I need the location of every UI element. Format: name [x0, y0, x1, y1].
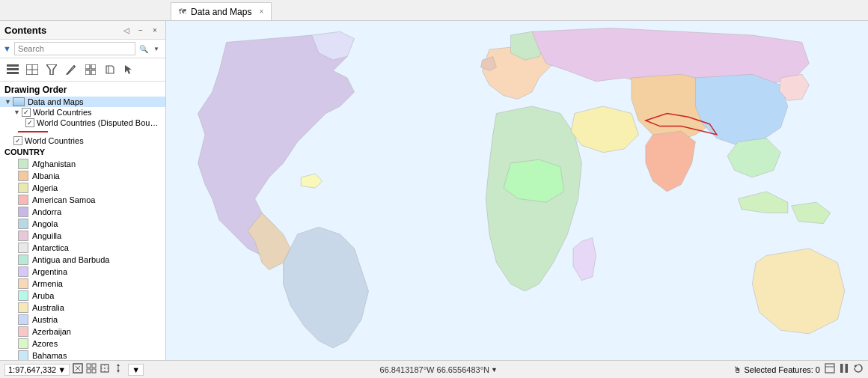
country-item-afghanistan[interactable]: Afghanistan	[0, 158, 165, 170]
country-item-argentina[interactable]: Argentina	[0, 266, 165, 278]
svg-rect-19	[87, 369, 91, 373]
country-swatch	[18, 159, 28, 169]
zoom-icon[interactable]	[100, 363, 110, 376]
layout-icon[interactable]	[825, 363, 835, 376]
layer-name: World Countries	[33, 108, 92, 117]
country-name: Aruba	[32, 291, 54, 300]
minimize-button[interactable]: −	[135, 24, 147, 36]
svg-rect-7	[85, 64, 90, 69]
tab-data-and-maps[interactable]: 🗺 Data and Maps ×	[171, 2, 272, 20]
country-item-austria[interactable]: Austria	[0, 314, 165, 326]
svg-rect-27	[840, 364, 843, 373]
layer-checkbox[interactable]	[13, 136, 22, 145]
country-item-antigua-barbuda[interactable]: Antigua and Barbuda	[0, 254, 165, 266]
country-item-australia[interactable]: Australia	[0, 302, 165, 314]
filter-view-icon[interactable]	[43, 61, 60, 78]
layer-checkbox[interactable]	[22, 108, 31, 117]
search-bar: ▼ 🔍 ▼	[0, 40, 165, 58]
country-name: Algeria	[32, 183, 58, 192]
layer-item-world-countries-group[interactable]: ▼ World Countries	[0, 107, 165, 118]
category-label: COUNTRY	[0, 146, 165, 158]
country-name: Antarctica	[32, 243, 69, 252]
main-layout: Contents ◁ − × ▼ 🔍 ▼	[0, 21, 868, 360]
coordinates-dropdown-arrow[interactable]: ▼	[491, 366, 498, 374]
close-button[interactable]: ×	[149, 24, 161, 36]
pencil-icon[interactable]	[63, 61, 79, 78]
country-item-azores[interactable]: Azores	[0, 338, 165, 350]
country-item-american-samoa[interactable]: American Samoa	[0, 194, 165, 206]
country-swatch	[18, 350, 28, 360]
map-tools: ▼	[73, 363, 144, 376]
svg-rect-17	[87, 364, 91, 368]
svg-rect-18	[92, 364, 96, 368]
country-swatch	[18, 326, 28, 337]
search-dropdown-button[interactable]: ▼	[150, 42, 162, 55]
country-item-algeria[interactable]: Algeria	[0, 182, 165, 194]
status-center: 66.8413187°W 66.6556483°N ▼	[150, 365, 727, 374]
map-rotation-dropdown[interactable]: ▼	[128, 364, 144, 376]
svg-rect-1	[7, 68, 19, 70]
table-icon[interactable]	[24, 61, 40, 78]
layer-item-world-countries-disputed[interactable]: World Countries (Disputed Boundari...	[0, 118, 165, 128]
country-item-azerbaijan[interactable]: Azerbaijan	[0, 326, 165, 338]
pause-icon[interactable]	[840, 363, 849, 376]
layer-item-world-countries-2[interactable]: World Countries	[0, 135, 165, 146]
list-view-icon[interactable]	[4, 61, 21, 78]
country-item-andorra[interactable]: Andorra	[0, 206, 165, 218]
country-item-albania[interactable]: Albania	[0, 170, 165, 182]
tab-close-button[interactable]: ×	[259, 7, 263, 16]
grid-view-icon[interactable]	[86, 363, 97, 376]
refresh-icon[interactable]	[853, 363, 864, 376]
svg-rect-10	[91, 70, 96, 75]
country-item-anguilla[interactable]: Anguilla	[0, 230, 165, 242]
status-left: 1:97,647,332 ▼ ▼	[4, 363, 144, 376]
coordinates-display[interactable]: 66.8413187°W 66.6556483°N ▼	[380, 365, 498, 374]
scale-dropdown[interactable]: 1:97,647,332 ▼	[4, 364, 70, 376]
scale-dropdown-arrow: ▼	[58, 365, 66, 374]
status-bar: 1:97,647,332 ▼ ▼ 66.8413187°W 66.6556483…	[0, 360, 868, 378]
country-item-angola[interactable]: Angola	[0, 218, 165, 230]
search-input[interactable]	[14, 42, 135, 55]
country-swatch	[18, 302, 28, 313]
country-swatch	[18, 338, 28, 349]
country-name: Armenia	[32, 279, 63, 288]
svg-marker-29	[855, 365, 858, 368]
search-button[interactable]: 🔍	[137, 42, 150, 55]
move-icon[interactable]	[113, 363, 123, 376]
svg-marker-24	[117, 364, 120, 373]
country-swatch	[18, 183, 28, 193]
country-swatch	[18, 314, 28, 325]
country-name: Australia	[32, 303, 64, 312]
layer-checkbox[interactable]	[25, 118, 34, 127]
country-name: Albania	[32, 171, 60, 180]
country-item-antarctica[interactable]: Antarctica	[0, 242, 165, 254]
svg-marker-6	[46, 64, 57, 75]
map-area[interactable]	[166, 21, 868, 360]
layer-item-data-and-maps[interactable]: ▼ Data and Maps	[0, 97, 165, 107]
svg-rect-2	[7, 72, 19, 74]
grid-icon[interactable]	[82, 61, 99, 78]
select-icon: 🖱	[733, 365, 742, 374]
map-tab-icon: 🗺	[179, 7, 186, 16]
country-item-aruba[interactable]: Aruba	[0, 290, 165, 302]
scale-value: 1:97,647,332	[8, 365, 56, 374]
svg-rect-28	[846, 364, 849, 373]
rotation-arrow: ▼	[132, 365, 140, 374]
country-item-armenia[interactable]: Armenia	[0, 278, 165, 290]
contents-list[interactable]: ▼ Data and Maps ▼ World Countries World …	[0, 97, 165, 360]
pin-button[interactable]: ◁	[120, 24, 132, 36]
paint-icon[interactable]	[102, 61, 118, 78]
sidebar-title: Contents	[4, 25, 46, 36]
country-name: Antigua and Barbuda	[32, 255, 109, 264]
extent-icon[interactable]	[73, 363, 83, 376]
layer-name: World Countries	[25, 136, 84, 145]
contents-panel: Contents ◁ − × ▼ 🔍 ▼	[0, 21, 166, 360]
country-swatch	[18, 266, 28, 277]
cursor-icon[interactable]	[121, 61, 138, 78]
country-swatch	[18, 171, 28, 181]
svg-marker-12	[125, 65, 132, 74]
country-swatch	[18, 243, 28, 253]
selected-features-label: Selected Features: 0	[744, 365, 820, 374]
svg-rect-0	[7, 64, 19, 67]
country-item-bahamas[interactable]: Bahamas	[0, 350, 165, 360]
